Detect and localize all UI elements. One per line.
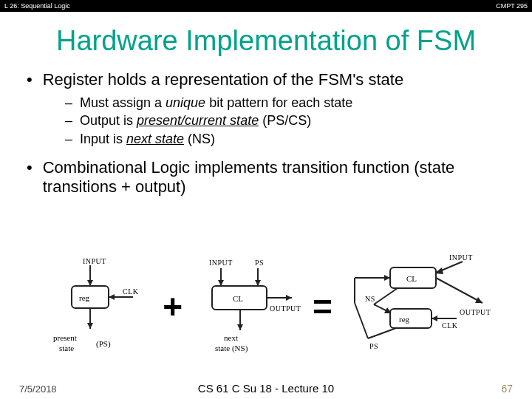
header-bar: L 26: Sequential Logic CMPT 295 [0,0,532,12]
t-em: present/current state [137,113,259,128]
svg-marker-10 [255,280,261,286]
sub-1c-text: Input is next state (NS) [80,130,215,148]
svg-line-21 [374,288,398,304]
next-label-b: state (NS) [215,344,248,353]
output-label-c: OUTPUT [460,308,491,316]
dash-icon: – [65,112,72,129]
svg-marker-13 [286,295,292,301]
cl-box-label: CL [233,294,243,303]
equals-operator: = [307,287,338,327]
footer-center: CS 61 C Su 18 - Lecture 10 [198,382,334,395]
footer: 7/5/2018 CS 61 C Su 18 - Lecture 10 67 [0,383,532,395]
t-em: next state [126,132,184,146]
t-em: unique [166,95,205,110]
svg-marker-15 [237,324,243,330]
header-left: L 26: Sequential Logic [4,2,70,10]
svg-marker-8 [218,280,224,286]
diagram-register: INPUT reg CLK present state (PS) [38,255,157,358]
reg-label-c: reg [399,315,410,324]
svg-marker-26 [432,316,437,321]
t: (NS) [184,132,215,146]
svg-marker-6 [87,323,93,329]
dash-icon: – [65,94,72,112]
plus-operator: + [157,287,188,327]
diagram-row: INPUT reg CLK present state (PS) + INPUT… [0,255,532,358]
page-title: Hardware Implementation of FSM [0,25,532,57]
bullet-1-text: Register holds a representation of the F… [43,70,403,89]
header-right: CMPT 295 [496,2,528,10]
bullet-2: • Combinational Logic implements transit… [27,158,510,197]
diagram-cl: INPUT PS CL OUTPUT next state (NS) [188,255,307,358]
svg-rect-24 [390,309,432,328]
output-label: OUTPUT [270,304,301,313]
svg-rect-2 [72,286,109,308]
slide-body: • Register holds a representation of the… [0,70,532,197]
sub-item-1c: – Input is next state (NS) [65,130,510,148]
t: (PS/CS) [259,113,311,128]
svg-line-19 [436,278,482,303]
svg-marker-31 [384,275,390,281]
ps-short-label: (PS) [96,339,111,349]
sub-item-1a: – Must assign a unique bit pattern for e… [65,94,510,112]
next-label-a: next [224,333,238,342]
clk-label-c: CLK [442,321,458,330]
svg-marker-4 [109,294,115,300]
bullet-dot-icon: • [27,70,33,89]
diagram-combined: INPUT CL OUTPUT NS reg CLK PS [338,251,494,362]
t: Input is [80,132,126,146]
present-label: present [53,333,77,342]
bullet-2-text: Combinational Logic implements transitio… [43,158,510,197]
cl-label-c: CL [406,274,417,283]
input-label-c: INPUT [449,253,473,262]
ps-top-label: PS [255,259,264,267]
ps-label-c: PS [369,342,378,350]
svg-marker-1 [87,280,93,286]
bullet-dot-icon: • [27,158,33,177]
footer-page: 67 [501,383,513,395]
dash-icon: – [65,130,72,148]
input-label: INPUT [83,257,106,265]
sub-list-1: – Must assign a unique bit pattern for e… [65,94,510,148]
ns-label: NS [365,295,375,303]
svg-line-28 [355,303,368,338]
reg-box-label: reg [79,293,90,302]
t: Output is [80,113,137,128]
bullet-1: • Register holds a representation of the… [27,70,510,89]
t: bit pattern for each state [205,95,352,110]
t: Must assign a [80,95,166,110]
input-label-b: INPUT [209,259,233,267]
clk-label: CLK [123,287,139,296]
state-label: state [59,344,74,352]
sub-1a-text: Must assign a unique bit pattern for eac… [80,94,352,112]
footer-date: 7/5/2018 [19,383,57,395]
sub-1b-text: Output is present/current state (PS/CS) [80,112,311,129]
svg-line-27 [368,328,396,338]
sub-item-1b: – Output is present/current state (PS/CS… [65,112,510,129]
